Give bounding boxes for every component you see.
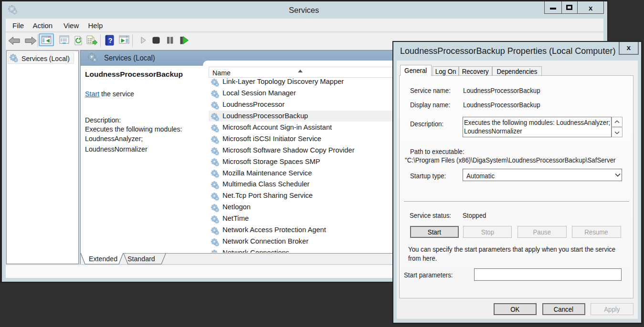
svg-text:?: ? <box>108 36 112 44</box>
